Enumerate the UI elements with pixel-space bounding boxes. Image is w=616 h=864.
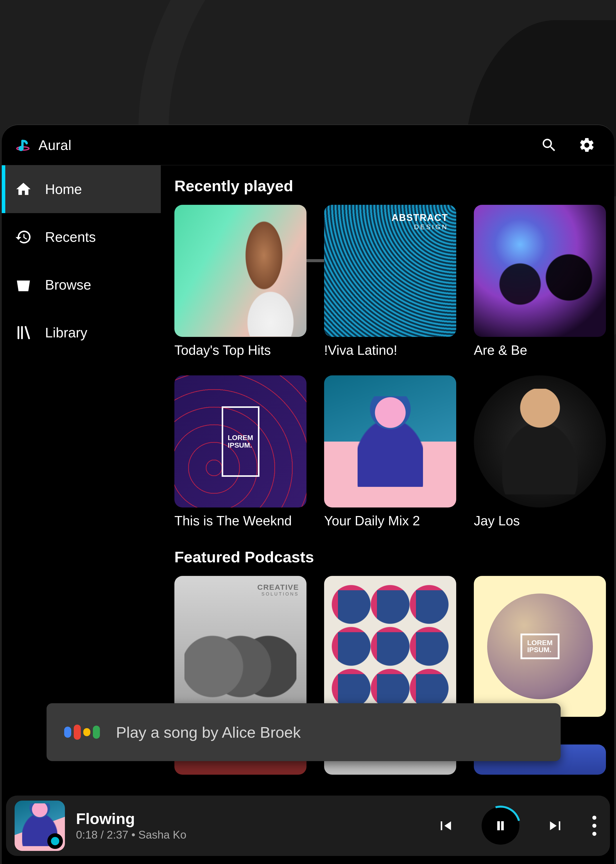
sidebar-item-label: Library: [45, 325, 87, 341]
assistant-transcript: Play a song by Alice Broek: [116, 723, 301, 741]
svg-point-2: [21, 284, 26, 288]
playlist-artwork: [324, 375, 456, 507]
playlist-artwork: [474, 205, 606, 337]
sidebar-item-label: Home: [45, 181, 82, 197]
podcast-tile[interactable]: [324, 576, 456, 717]
browse-icon: [15, 276, 32, 293]
playlist-tile[interactable]: Today's Top Hits: [174, 205, 306, 358]
app-name: Aural: [39, 137, 71, 153]
sidebar-item-home[interactable]: Home: [2, 165, 161, 213]
skip-next-icon: [547, 817, 565, 834]
sidebar-item-label: Recents: [45, 229, 96, 245]
more-options-button[interactable]: [592, 816, 596, 836]
artist-artwork: [474, 375, 606, 507]
sidebar-item-browse[interactable]: Browse: [2, 261, 161, 309]
now-playing-bar[interactable]: Flowing 0:18 / 2:37 • Sasha Ko: [6, 796, 610, 856]
section-title-recently-played: Recently played: [174, 177, 614, 195]
app-header: Aural: [2, 125, 614, 165]
section-title-featured-podcasts: Featured Podcasts: [174, 548, 614, 566]
svg-point-5: [592, 832, 596, 836]
sidebar-item-label: Browse: [45, 277, 91, 293]
playlist-title: Your Daily Mix 2: [324, 513, 445, 528]
featured-podcasts-grid: CREATIVE SOLUTIONS LOREM IPSUM.: [174, 576, 614, 717]
now-playing-artwork: [14, 801, 65, 851]
gear-icon: [578, 137, 596, 154]
artwork-overlay-text: LOREM IPSUM.: [520, 633, 559, 659]
search-icon: [541, 137, 558, 154]
library-icon: [15, 324, 32, 341]
podcast-tile[interactable]: LOREM IPSUM.: [474, 576, 606, 717]
previous-track-button[interactable]: [436, 817, 454, 834]
playlist-artwork: ABSTRACT DESIGN: [324, 205, 456, 337]
playlist-title: Are & Be: [474, 342, 595, 358]
playlist-title: This is The Weeknd: [174, 513, 295, 528]
pause-icon: [493, 818, 508, 834]
podcast-artwork: CREATIVE SOLUTIONS: [174, 576, 306, 717]
artist-tile[interactable]: Jay Los: [474, 375, 606, 528]
more-vert-icon: [592, 816, 596, 836]
svg-point-4: [592, 824, 596, 828]
playlist-title: !Viva Latino!: [324, 342, 445, 358]
sidebar-item-library[interactable]: Library: [2, 309, 161, 357]
home-icon: [15, 181, 32, 198]
podcast-artwork: [324, 576, 456, 717]
svg-point-1: [18, 146, 24, 151]
artwork-overlay-text: ABSTRACT DESIGN: [391, 212, 448, 231]
artwork-overlay-text: CREATIVE SOLUTIONS: [258, 583, 299, 597]
history-icon: [15, 228, 32, 245]
playback-controls: [436, 807, 596, 845]
now-playing-title: Flowing: [76, 811, 187, 827]
podcast-tile[interactable]: CREATIVE SOLUTIONS: [174, 576, 306, 717]
now-playing-meta: Flowing 0:18 / 2:37 • Sasha Ko: [76, 811, 187, 841]
app-logo-icon: [15, 138, 30, 153]
podcast-artwork: LOREM IPSUM.: [474, 576, 606, 717]
artwork-overlay-text: LOREMIPSUM.: [222, 406, 259, 477]
play-pause-button[interactable]: [482, 807, 519, 845]
settings-button[interactable]: [573, 131, 601, 159]
playlist-tile[interactable]: LOREMIPSUM. This is The Weeknd: [174, 375, 306, 528]
playlist-tile[interactable]: Are & Be: [474, 205, 606, 358]
recently-played-grid: Today's Top Hits ABSTRACT DESIGN !Viva L…: [174, 205, 614, 528]
artist-name: Jay Los: [474, 513, 595, 528]
playlist-tile[interactable]: ABSTRACT DESIGN !Viva Latino!: [324, 205, 456, 358]
assistant-logo-icon: [64, 724, 100, 740]
playlist-artwork: [174, 205, 306, 337]
sidebar-item-recents[interactable]: Recents: [2, 213, 161, 261]
playlist-title: Today's Top Hits: [174, 342, 295, 358]
playlist-tile[interactable]: Your Daily Mix 2: [324, 375, 456, 528]
search-button[interactable]: [535, 131, 563, 159]
skip-previous-icon: [436, 817, 454, 834]
voice-assistant-bar[interactable]: Play a song by Alice Broek: [47, 703, 561, 761]
playlist-artwork: LOREMIPSUM.: [174, 375, 306, 507]
brand[interactable]: Aural: [15, 137, 71, 153]
now-playing-subtitle: 0:18 / 2:37 • Sasha Ko: [76, 828, 187, 841]
svg-point-3: [592, 816, 596, 820]
next-track-button[interactable]: [547, 817, 565, 834]
